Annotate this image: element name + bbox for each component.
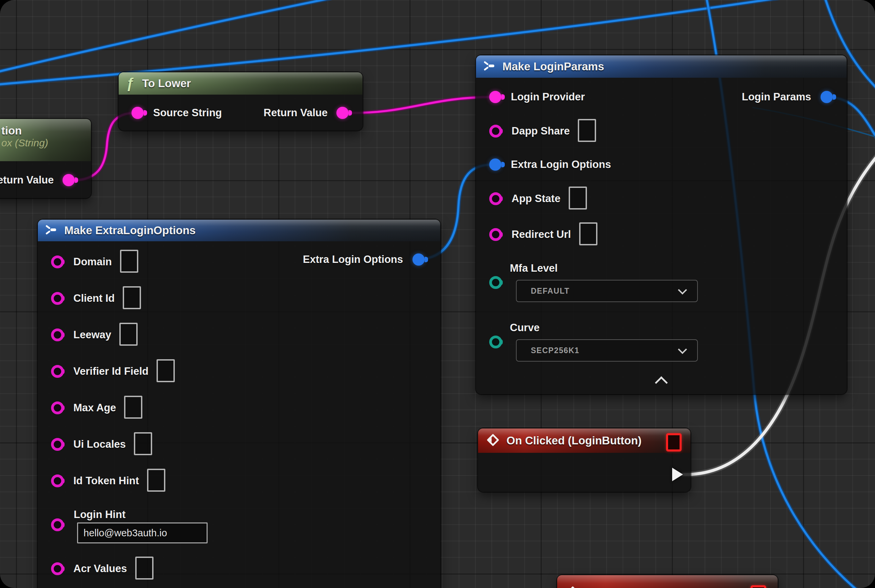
make-extra-login-options-title: Make ExtraLoginOptions <box>64 224 196 237</box>
node-subtitle-fragment: ox (String) <box>2 137 48 149</box>
on-clicked-logout-button-node[interactable]: On Clicked (LogoutButton) <box>557 575 777 588</box>
max-age-label: Max Age <box>74 402 116 414</box>
curve-label: Curve <box>510 322 540 334</box>
extra-login-options-output-pin[interactable] <box>412 254 425 266</box>
dapp-share-value-box[interactable] <box>578 119 596 142</box>
make-extra-login-options-node[interactable]: Make ExtraLoginOptions Extra Login Optio… <box>38 220 440 588</box>
app-state-label: App State <box>511 193 561 205</box>
id-token-hint-value-box[interactable] <box>147 469 165 492</box>
client-id-value-box[interactable] <box>123 286 141 309</box>
to-lower-node[interactable]: ƒ To Lower Source String Return Value <box>119 72 362 130</box>
redirect-url-value-box[interactable] <box>579 222 597 245</box>
verifier-id-field-value-box[interactable] <box>156 359 175 382</box>
make-extra-login-options-header[interactable]: Make ExtraLoginOptions <box>38 220 440 241</box>
acr-values-label: Acr Values <box>74 562 127 575</box>
make-struct-icon <box>45 225 57 236</box>
dapp-share-label: Dapp Share <box>511 125 570 137</box>
redirect-url-input-pin[interactable] <box>489 228 502 241</box>
login-params-output-pin[interactable] <box>821 91 833 103</box>
mfa-level-label: Mfa Level <box>510 262 558 274</box>
extra-login-options-out-label: Extra Login Options <box>303 254 403 266</box>
login-provider-label: Login Provider <box>511 91 585 103</box>
ui-locales-label: Ui Locales <box>74 438 126 450</box>
exec-output-pin[interactable] <box>672 468 683 481</box>
curve-value: SECP256K1 <box>531 346 579 355</box>
domain-input-pin[interactable] <box>51 255 64 268</box>
blueprint-graph-canvas[interactable]: tion ox (String) Return Value ƒ To Lower… <box>0 0 875 588</box>
partial-function-node[interactable]: tion ox (String) Return Value <box>0 119 91 198</box>
chevron-down-icon <box>678 285 687 295</box>
leeway-value-box[interactable] <box>119 323 138 346</box>
redirect-url-label: Redirect Url <box>511 228 571 241</box>
on-clicked-login-title: On Clicked (LoginButton) <box>507 434 642 447</box>
login-hint-label: Login Hint <box>74 508 125 521</box>
max-age-value-box[interactable] <box>124 396 142 419</box>
verifier-id-field-label: Verifier Id Field <box>74 365 149 378</box>
mfa-level-value: DEFAULT <box>531 286 570 296</box>
on-clicked-login-header[interactable]: On Clicked (LoginButton) <box>478 429 690 453</box>
to-lower-return-value-label: Return Value <box>264 107 328 119</box>
node-title-fragment: tion <box>2 124 48 137</box>
make-struct-icon <box>484 61 495 72</box>
login-hint-input-pin[interactable] <box>51 518 64 531</box>
client-id-label: Client Id <box>74 292 114 304</box>
make-login-params-node[interactable]: Make LoginParams Login Provider Login Pa… <box>476 56 846 394</box>
to-lower-header[interactable]: ƒ To Lower <box>119 72 362 94</box>
extra-login-options-label: Extra Login Options <box>511 159 611 171</box>
id-token-hint-input-pin[interactable] <box>51 474 64 487</box>
make-login-params-header[interactable]: Make LoginParams <box>476 56 846 78</box>
ui-locales-value-box[interactable] <box>134 432 152 455</box>
domain-label: Domain <box>74 256 112 268</box>
client-id-input-pin[interactable] <box>51 292 64 305</box>
chevron-down-icon <box>678 345 687 354</box>
event-bind-square-icon <box>750 585 766 588</box>
to-lower-title: To Lower <box>142 77 191 90</box>
on-clicked-login-button-node[interactable]: On Clicked (LoginButton) <box>478 429 690 492</box>
mfa-level-dropdown[interactable]: DEFAULT <box>516 280 698 302</box>
acr-values-input-pin[interactable] <box>51 562 64 575</box>
app-state-value-box[interactable] <box>569 186 587 210</box>
verifier-id-field-input-pin[interactable] <box>51 365 64 378</box>
login-params-out-label: Login Params <box>742 91 811 103</box>
event-bind-square-icon <box>666 433 682 452</box>
id-token-hint-label: Id Token Hint <box>74 475 139 487</box>
login-hint-text-input[interactable]: hello@web3auth.io <box>77 522 207 543</box>
on-clicked-logout-header[interactable]: On Clicked (LogoutButton) <box>557 575 777 588</box>
leeway-input-pin[interactable] <box>51 328 64 341</box>
function-icon: ƒ <box>126 75 134 92</box>
source-string-input-pin[interactable] <box>132 107 144 119</box>
domain-value-box[interactable] <box>120 250 138 273</box>
collapse-node-chevron-icon[interactable] <box>655 376 668 389</box>
source-string-label: Source String <box>153 107 222 119</box>
curve-dropdown[interactable]: SECP256K1 <box>516 339 698 362</box>
make-login-params-title: Make LoginParams <box>502 60 604 73</box>
return-value-output-pin[interactable] <box>63 174 75 186</box>
return-value-label: Return Value <box>0 174 54 186</box>
curve-enum-pin[interactable] <box>489 336 502 348</box>
mfa-level-enum-pin[interactable] <box>489 276 502 289</box>
header-sheen <box>557 575 777 588</box>
extra-login-options-input-pin[interactable] <box>489 159 501 171</box>
login-provider-input-pin[interactable] <box>489 91 501 103</box>
leeway-label: Leeway <box>74 329 111 341</box>
app-state-input-pin[interactable] <box>489 192 502 205</box>
dapp-share-input-pin[interactable] <box>489 125 502 138</box>
login-hint-value: hello@web3auth.io <box>84 528 167 538</box>
to-lower-return-value-pin[interactable] <box>337 107 349 119</box>
partial-function-node-header[interactable]: tion ox (String) <box>0 119 91 161</box>
max-age-input-pin[interactable] <box>51 402 64 414</box>
ui-locales-input-pin[interactable] <box>51 438 64 451</box>
event-diamond-icon <box>566 586 579 588</box>
acr-values-value-box[interactable] <box>135 556 153 579</box>
event-diamond-icon <box>486 433 500 448</box>
